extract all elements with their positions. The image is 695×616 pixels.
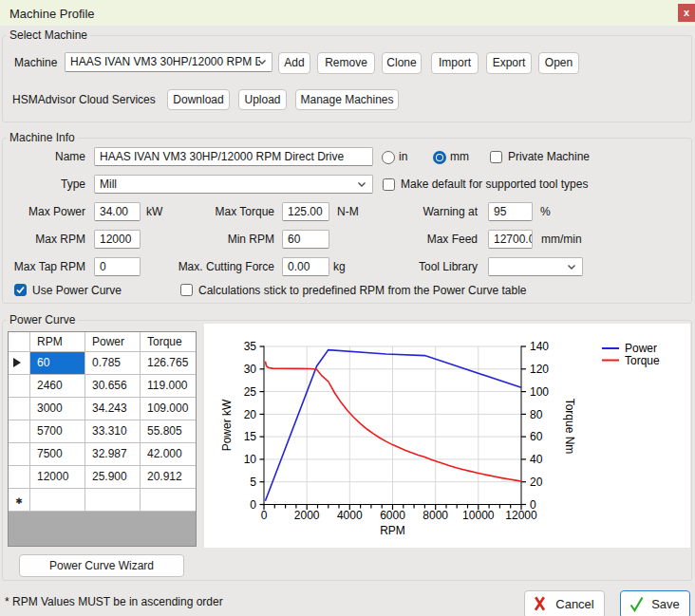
svg-text:2000: 2000 [294, 509, 320, 522]
svg-text:0: 0 [250, 498, 256, 512]
svg-text:0: 0 [261, 509, 268, 522]
svg-text:60: 60 [530, 430, 543, 443]
svg-text:10000: 10000 [462, 509, 495, 522]
svg-text:30: 30 [244, 363, 257, 376]
svg-text:5: 5 [250, 476, 256, 489]
svg-text:20: 20 [530, 476, 543, 489]
svg-text:80: 80 [530, 408, 543, 421]
svg-text:8000: 8000 [423, 509, 448, 522]
svg-text:140: 140 [530, 340, 549, 353]
svg-text:Power kW: Power kW [220, 399, 234, 451]
svg-text:120: 120 [530, 363, 549, 376]
svg-text:Torque Nm: Torque Nm [563, 399, 576, 455]
svg-text:15: 15 [244, 430, 257, 443]
svg-text:6000: 6000 [380, 509, 405, 522]
svg-text:35: 35 [244, 340, 257, 353]
svg-text:RPM: RPM [380, 524, 405, 537]
svg-text:25: 25 [244, 385, 257, 399]
svg-text:100: 100 [530, 385, 549, 399]
svg-text:4000: 4000 [337, 509, 363, 522]
svg-text:20: 20 [244, 408, 257, 421]
svg-text:12000: 12000 [505, 509, 537, 522]
svg-text:40: 40 [530, 453, 543, 466]
svg-text:10: 10 [244, 453, 257, 466]
svg-text:Torque: Torque [625, 354, 660, 367]
